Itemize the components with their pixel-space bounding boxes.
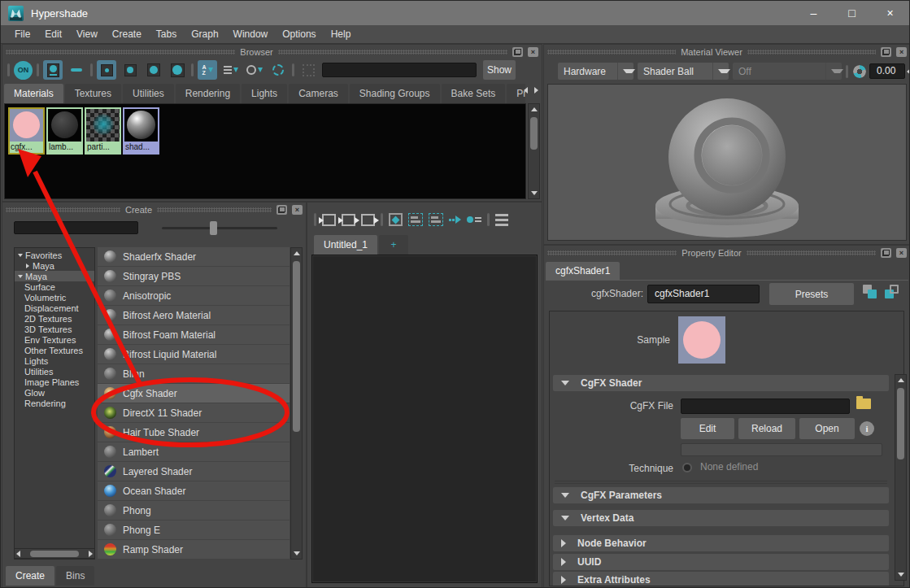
list-item-blinn[interactable]: Blinn: [98, 364, 290, 383]
sort-alphabetical-button[interactable]: AZ: [198, 60, 217, 80]
tree-item-image-planes[interactable]: Image Planes: [15, 377, 94, 387]
tree-item-volumetric[interactable]: Volumetric: [15, 292, 94, 303]
scroll-right-icon[interactable]: [89, 551, 93, 557]
tab-untitled-1[interactable]: Untitled_1: [314, 235, 377, 255]
output-connections-button[interactable]: [361, 214, 375, 226]
panel-drag-dots[interactable]: [6, 50, 235, 54]
swatch-lambert[interactable]: lamb...: [46, 107, 83, 155]
scroll-up-icon[interactable]: [294, 251, 300, 255]
list-item-ocean-shader[interactable]: Ocean Shader: [98, 481, 290, 500]
tab-bake-sets[interactable]: Bake Sets: [442, 84, 506, 103]
menu-tabs[interactable]: Tabs: [149, 28, 184, 40]
show-button[interactable]: Show: [483, 60, 516, 80]
tree-item-rendering[interactable]: Rendering: [15, 398, 94, 408]
reload-button[interactable]: Reload: [738, 418, 795, 439]
refresh-swatches-button[interactable]: [268, 60, 288, 80]
scroll-down-icon[interactable]: [294, 551, 300, 555]
browser-search-input[interactable]: [322, 63, 477, 77]
panel-drag-dots[interactable]: [747, 250, 876, 255]
technique-radio[interactable]: [682, 463, 692, 473]
tree-item-surface[interactable]: Surface: [15, 281, 94, 292]
swatch-view-button[interactable]: [43, 60, 63, 80]
panel-drag-dots[interactable]: [6, 207, 120, 212]
scroll-thumb[interactable]: [897, 388, 904, 460]
browser-vertical-scrollbar[interactable]: [528, 103, 540, 199]
scroll-up-icon[interactable]: [531, 107, 538, 111]
list-item-bifrost-aero[interactable]: Bifrost Aero Material: [98, 306, 290, 324]
tab-shading-groups[interactable]: Shading Groups: [350, 84, 440, 103]
close-button[interactable]: ×: [871, 1, 909, 25]
show-hide-icon[interactable]: [863, 285, 877, 298]
list-item-anisotropic[interactable]: Anisotropic: [98, 286, 290, 305]
tree-item-3d-textures[interactable]: 3D Textures: [15, 324, 94, 334]
info-icon[interactable]: i: [860, 421, 874, 436]
menu-view[interactable]: View: [69, 28, 105, 40]
section-uuid[interactable]: UUID: [553, 554, 889, 570]
minimize-button[interactable]: –: [795, 1, 833, 25]
shader-list-scrollbar[interactable]: [290, 247, 303, 560]
list-item-lambert[interactable]: Lambert: [98, 442, 290, 461]
scroll-left-icon[interactable]: [16, 551, 20, 557]
list-item-bifrost-liquid[interactable]: Bifrost Liquid Material: [98, 345, 290, 364]
filter-on-button[interactable]: ON: [14, 61, 33, 80]
close-panel-icon[interactable]: ×: [528, 47, 538, 57]
rearrange-graph-button[interactable]: [467, 216, 481, 223]
tab-materials[interactable]: Materials: [4, 84, 63, 103]
tab-textures[interactable]: Textures: [65, 84, 121, 103]
copy-tab-icon[interactable]: [885, 285, 899, 298]
tab-scroll-right-icon[interactable]: [534, 87, 538, 94]
tree-item-favorites-maya[interactable]: Maya: [15, 260, 94, 271]
tree-item-other-textures[interactable]: Other Textures: [15, 345, 94, 355]
scroll-thumb[interactable]: [530, 117, 538, 150]
tree-item-lights[interactable]: Lights: [15, 355, 94, 366]
panel-drag-dots[interactable]: [278, 50, 507, 54]
scroll-down-icon[interactable]: [531, 191, 538, 195]
tree-horizontal-scrollbar[interactable]: [14, 548, 95, 559]
scroll-down-icon[interactable]: [898, 573, 904, 577]
swatch-particle[interactable]: parti...: [85, 107, 121, 155]
input-output-connections-button[interactable]: [342, 214, 355, 226]
tab-bins[interactable]: Bins: [56, 566, 94, 586]
input-connections-button[interactable]: [322, 214, 336, 226]
close-panel-icon[interactable]: ×: [292, 205, 303, 215]
menu-graph[interactable]: Graph: [184, 28, 225, 40]
sort-by-time-button[interactable]: [245, 60, 264, 80]
property-scrollbar[interactable]: [895, 374, 907, 581]
tree-item-2d-textures[interactable]: 2D Textures: [15, 313, 94, 324]
material-preview-viewport[interactable]: [547, 84, 907, 241]
tab-scroll-left-icon[interactable]: [524, 87, 528, 94]
panel-drag-dots[interactable]: [747, 50, 876, 54]
xlarge-swatch-button[interactable]: [168, 60, 187, 80]
section-extra-attributes[interactable]: Extra Attributes: [553, 572, 889, 586]
panel-drag-dots[interactable]: [547, 50, 676, 54]
add-selected-nodes-button[interactable]: [408, 213, 423, 226]
menu-options[interactable]: Options: [275, 28, 323, 40]
float-panel-icon[interactable]: [276, 205, 287, 215]
exposure-aperture-icon[interactable]: [853, 65, 866, 78]
list-view-button[interactable]: [67, 60, 86, 80]
cgfx-file-input[interactable]: [681, 399, 850, 414]
scroll-thumb[interactable]: [293, 261, 300, 432]
list-item-phong-e[interactable]: Phong E: [98, 520, 290, 539]
list-item-cgfx-shader[interactable]: Cgfx Shader: [98, 384, 290, 403]
tab-lights[interactable]: Lights: [242, 84, 287, 103]
large-swatch-button[interactable]: [144, 60, 163, 80]
maximize-button[interactable]: □: [833, 1, 871, 25]
renderer-dropdown[interactable]: Hardware: [558, 63, 634, 80]
tree-item-utilities[interactable]: Utilities: [15, 366, 94, 377]
tab-projects[interactable]: Projec: [507, 84, 525, 103]
section-node-behavior[interactable]: Node Behavior: [553, 535, 889, 551]
tab-utilities[interactable]: Utilities: [123, 84, 174, 103]
graph-materials-button[interactable]: [449, 216, 461, 224]
panel-drag-dots[interactable]: [157, 207, 272, 212]
tab-create[interactable]: Create: [6, 566, 54, 586]
open-button[interactable]: Open: [799, 418, 855, 439]
presets-button[interactable]: Presets: [769, 283, 854, 305]
tab-cameras[interactable]: Cameras: [289, 84, 348, 103]
list-item-bifrost-foam[interactable]: Bifrost Foam Material: [98, 325, 290, 344]
swatch-shadinggroup[interactable]: shad...: [123, 107, 159, 155]
float-panel-icon[interactable]: [881, 47, 891, 57]
close-panel-icon[interactable]: ×: [896, 47, 907, 57]
section-vertex-data[interactable]: Vertex Data: [553, 510, 889, 526]
close-panel-icon[interactable]: ×: [896, 248, 907, 258]
